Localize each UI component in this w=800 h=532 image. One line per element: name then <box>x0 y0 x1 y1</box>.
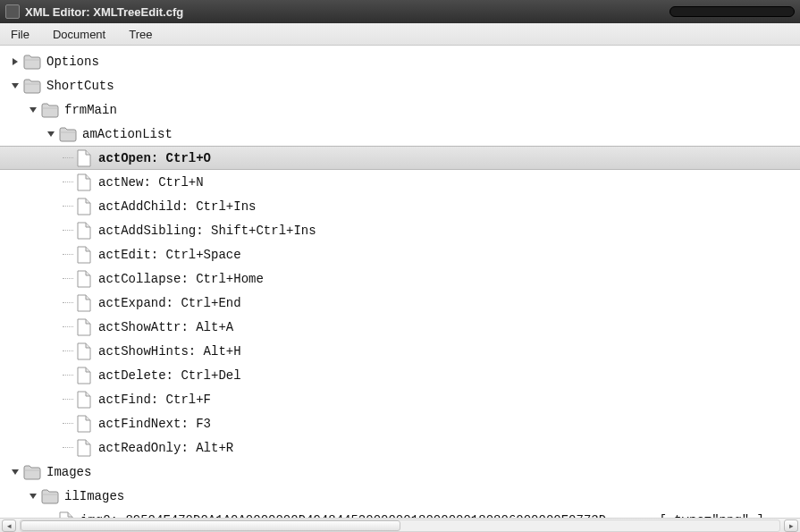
svg-marker-5 <box>29 494 37 499</box>
svg-marker-2 <box>29 107 37 113</box>
menu-document[interactable]: Document <box>47 26 111 43</box>
tree-row-actaddchild[interactable]: actAddChild: Ctrl+Ins <box>0 194 800 218</box>
tree-row-label: actFindNext: F3 <box>98 417 211 431</box>
scroll-left-button[interactable]: ◂ <box>2 519 16 532</box>
window-titlebar: XML Editor: XMLTreeEdit.cfg <box>0 0 800 23</box>
tree-row-label: actAddSibling: Shift+Ctrl+Ins <box>98 224 316 238</box>
tree-row-actexpand[interactable]: actExpand: Ctrl+End <box>0 291 800 315</box>
menubar: File Document Tree <box>0 23 800 46</box>
tree-row-actreadonly[interactable]: actReadOnly: Alt+R <box>0 435 800 460</box>
tree-row-shortcuts[interactable]: ShortCuts <box>0 73 800 97</box>
tree-row-label: actFind: Ctrl+F <box>98 393 211 407</box>
tree-row-label: actDelete: Ctrl+Del <box>98 368 241 383</box>
folder-icon <box>23 53 41 71</box>
tree-row-frmmain[interactable]: frmMain <box>0 97 800 122</box>
file-icon <box>75 149 93 167</box>
file-icon <box>75 415 93 433</box>
tree-row-actopen[interactable]: actOpen: Ctrl+O <box>0 146 800 170</box>
file-icon <box>75 270 93 288</box>
folder-icon <box>59 125 77 143</box>
tree-view[interactable]: Options ShortCuts frmMain amActionList a… <box>0 46 800 532</box>
tree-row-actshowhints[interactable]: actShowHints: Alt+H <box>0 339 800 363</box>
tree-row-label: actExpand: Ctrl+End <box>98 296 241 310</box>
tree-row-label: actReadOnly: Alt+R <box>98 441 233 455</box>
horizontal-scrollbar[interactable]: ◂ ▸ <box>0 518 800 532</box>
svg-marker-4 <box>12 469 19 475</box>
menu-file[interactable]: File <box>5 26 35 43</box>
tree-row-label: actEdit: Ctrl+Space <box>98 248 241 262</box>
tree-row-actaddsibling[interactable]: actAddSibling: Shift+Ctrl+Ins <box>0 218 800 242</box>
file-icon <box>75 367 93 384</box>
tree-row-label: ilImages <box>64 489 124 503</box>
tree-row-label: amActionList <box>82 127 173 141</box>
svg-marker-1 <box>12 83 19 89</box>
chevron-down-icon[interactable] <box>45 128 57 140</box>
tree-row-label: Images <box>46 465 91 479</box>
tree-row-images[interactable]: Images <box>0 460 800 484</box>
menu-tree[interactable]: Tree <box>123 26 157 43</box>
chevron-down-icon[interactable] <box>27 490 39 502</box>
tree-row-label: actOpen: Ctrl+O <box>98 151 211 165</box>
tree-row-label: actNew: Ctrl+N <box>98 175 204 190</box>
tree-row-options[interactable]: Options <box>0 49 800 73</box>
file-icon <box>75 294 93 312</box>
tree-row-amaction[interactable]: amActionList <box>0 122 800 146</box>
tree-row-actnew[interactable]: actNew: Ctrl+N <box>0 170 800 194</box>
titlebar-trough <box>669 6 795 17</box>
scroll-thumb[interactable] <box>21 520 400 531</box>
file-icon <box>75 342 93 360</box>
tree-row-label: actAddChild: Ctrl+Ins <box>98 199 256 214</box>
folder-icon <box>41 487 59 505</box>
window-title: XML Editor: XMLTreeEdit.cfg <box>25 5 183 19</box>
folder-icon <box>23 463 41 481</box>
folder-icon <box>23 77 41 95</box>
tree-row-label: actShowAttr: Alt+A <box>98 320 233 334</box>
tree-row-label: ShortCuts <box>46 79 114 93</box>
svg-marker-0 <box>13 58 18 65</box>
tree-row-label: actCollapse: Ctrl+Home <box>98 272 264 286</box>
file-icon <box>75 246 93 264</box>
tree-row-actshowattr[interactable]: actShowAttr: Alt+A <box>0 315 800 339</box>
tree-row-label: frmMain <box>64 103 117 117</box>
folder-icon <box>41 101 59 119</box>
tree-row-label: Options <box>46 55 99 69</box>
tree-row-actfindnext[interactable]: actFindNext: F3 <box>0 411 800 435</box>
file-icon <box>75 318 93 336</box>
tree-row-actcollapse[interactable]: actCollapse: Ctrl+Home <box>0 266 800 291</box>
tree-row-ilimages[interactable]: ilImages <box>0 484 800 508</box>
file-icon <box>75 173 93 191</box>
chevron-down-icon[interactable] <box>27 104 39 116</box>
tree-row-actedit[interactable]: actEdit: Ctrl+Space <box>0 242 800 266</box>
tree-row-actdelete[interactable]: actDelete: Ctrl+Del <box>0 363 800 387</box>
app-icon <box>5 4 20 19</box>
file-icon <box>75 198 93 215</box>
file-icon <box>75 222 93 240</box>
chevron-down-icon[interactable] <box>9 466 21 478</box>
chevron-down-icon[interactable] <box>9 80 21 92</box>
file-icon <box>75 391 93 409</box>
tree-row-actfind[interactable]: actFind: Ctrl+F <box>0 387 800 411</box>
scroll-right-button[interactable]: ▸ <box>784 519 798 532</box>
scroll-track[interactable] <box>20 519 780 532</box>
file-icon <box>75 439 93 457</box>
chevron-right-icon[interactable] <box>9 55 21 68</box>
svg-marker-3 <box>47 131 55 137</box>
tree-row-label: actShowHints: Alt+H <box>98 344 241 359</box>
